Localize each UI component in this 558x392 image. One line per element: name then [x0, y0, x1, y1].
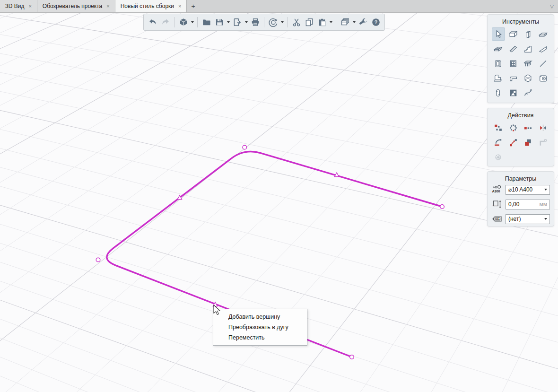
tab-list-dropdown-icon[interactable]: ▽ — [546, 0, 558, 12]
rotate-view-icon — [269, 17, 278, 27]
solid-tool[interactable] — [522, 71, 535, 85]
svg-text:A1: A1 — [496, 217, 500, 220]
tab-1[interactable]: 3D Вид× — [0, 0, 37, 12]
floor-tool[interactable] — [536, 27, 549, 41]
toolbar-separator — [336, 17, 336, 27]
menu-item-2[interactable]: Преобразовать в дугу — [213, 322, 307, 332]
image-tool[interactable] — [506, 86, 520, 99]
rotate-view-button[interactable] — [267, 16, 279, 28]
base-offset-input[interactable]: 0,00мм — [506, 200, 550, 209]
print-button[interactable] — [249, 16, 262, 28]
wall-tool[interactable] — [506, 27, 520, 41]
stairs-tool[interactable] — [522, 42, 535, 55]
array-circular-action[interactable] — [506, 121, 520, 134]
save-button[interactable] — [213, 16, 226, 28]
endpoint-handle[interactable] — [350, 355, 354, 359]
select-icon — [493, 29, 503, 39]
spline-tool[interactable] — [522, 86, 535, 99]
duct-tool[interactable] — [506, 71, 520, 85]
redo-icon — [161, 17, 170, 27]
cut-button[interactable] — [290, 16, 303, 28]
solid-icon — [523, 73, 533, 83]
ramp-tool[interactable] — [536, 42, 549, 55]
window-tool[interactable] — [506, 57, 520, 70]
export-dropdown[interactable] — [244, 16, 249, 28]
door-icon — [493, 59, 503, 69]
base-offset-unit-label: мм — [540, 201, 548, 208]
line-tool[interactable] — [536, 57, 549, 70]
ramp-icon — [538, 44, 548, 54]
tools-panel-title: Инструменты — [488, 18, 554, 25]
toolbar-separator — [174, 17, 174, 27]
tab-bar: 3D Вид×Обозреватель проекта×Новый стиль … — [0, 0, 558, 13]
window-icon — [508, 59, 518, 69]
rebar-class-select[interactable]: ⌀10 A400 — [506, 185, 550, 195]
open-button[interactable] — [200, 16, 213, 28]
paste-dropdown[interactable] — [328, 16, 333, 28]
menu-item-1[interactable]: Добавить вершину — [213, 312, 307, 322]
offset-action — [536, 136, 549, 149]
toolbar-separator — [197, 17, 198, 27]
actions-panel: Действия — [487, 108, 554, 166]
mark-select[interactable]: (нет) — [506, 214, 550, 224]
undo-icon — [148, 17, 157, 27]
mouse-cursor — [212, 304, 222, 316]
main-toolbar: ? — [143, 14, 385, 31]
move-action[interactable] — [492, 121, 505, 134]
new-tab-button[interactable]: + — [187, 0, 199, 12]
cage-icon — [493, 152, 503, 162]
door-tool[interactable] — [492, 57, 505, 70]
rotate-action[interactable] — [492, 136, 505, 149]
copy-object-icon — [523, 138, 533, 148]
vertex-handle[interactable] — [96, 258, 100, 262]
view-3d-dropdown[interactable] — [190, 16, 195, 28]
column-tool[interactable] — [522, 27, 535, 41]
tab-bar-spacer — [199, 0, 546, 12]
styles-button[interactable] — [339, 16, 351, 28]
spline-icon — [523, 88, 533, 98]
vertex-handle[interactable] — [243, 145, 247, 149]
rebar-class-row: A300⌀10 A400 — [488, 184, 554, 195]
foundation-tool[interactable] — [492, 71, 505, 85]
help-button[interactable]: ? — [369, 16, 382, 28]
menu-item-3[interactable]: Переместить — [213, 332, 307, 343]
view-3d-button[interactable] — [177, 16, 190, 28]
settings-icon — [358, 17, 368, 27]
styles-dropdown[interactable] — [351, 16, 357, 28]
tab-label: 3D Вид — [5, 3, 24, 9]
tab-3[interactable]: Новый стиль сборки× — [115, 0, 187, 12]
view-3d-icon — [179, 17, 188, 27]
export-button[interactable] — [231, 16, 244, 28]
tab-2[interactable]: Обозреватель проекта× — [37, 0, 115, 12]
camera-icon — [538, 73, 548, 83]
beam-tool[interactable] — [506, 42, 520, 55]
opening-tool[interactable] — [492, 86, 505, 99]
open-icon — [202, 17, 211, 27]
select-tool[interactable] — [492, 27, 505, 41]
cage-action — [492, 150, 505, 164]
tab-close-icon[interactable]: × — [106, 4, 109, 9]
mirror-action[interactable] — [536, 121, 549, 134]
railing-tool[interactable] — [522, 57, 535, 70]
settings-button[interactable] — [357, 16, 369, 28]
roof-tool[interactable] — [492, 42, 505, 55]
beam-icon — [508, 44, 518, 54]
copy-object-action[interactable] — [522, 136, 535, 149]
svg-text:A300: A300 — [492, 189, 500, 193]
undo-button[interactable] — [146, 16, 159, 28]
paste-button[interactable] — [315, 16, 328, 28]
stretch-action[interactable] — [506, 136, 520, 149]
tab-label: Обозреватель проекта — [43, 3, 102, 9]
save-dropdown[interactable] — [226, 16, 231, 28]
copy-button[interactable] — [303, 16, 315, 28]
tab-close-icon[interactable]: × — [28, 4, 31, 9]
endpoint-handle[interactable] — [440, 205, 445, 209]
tab-close-icon[interactable]: × — [178, 4, 181, 9]
line-icon — [538, 59, 548, 69]
array-linear-action[interactable] — [522, 121, 535, 134]
offset-icon — [538, 138, 548, 148]
camera-tool[interactable] — [536, 71, 549, 85]
rotate-view-dropdown[interactable] — [279, 16, 285, 28]
railing-icon — [523, 59, 533, 69]
base-offset-value: 0,00 — [508, 201, 540, 208]
